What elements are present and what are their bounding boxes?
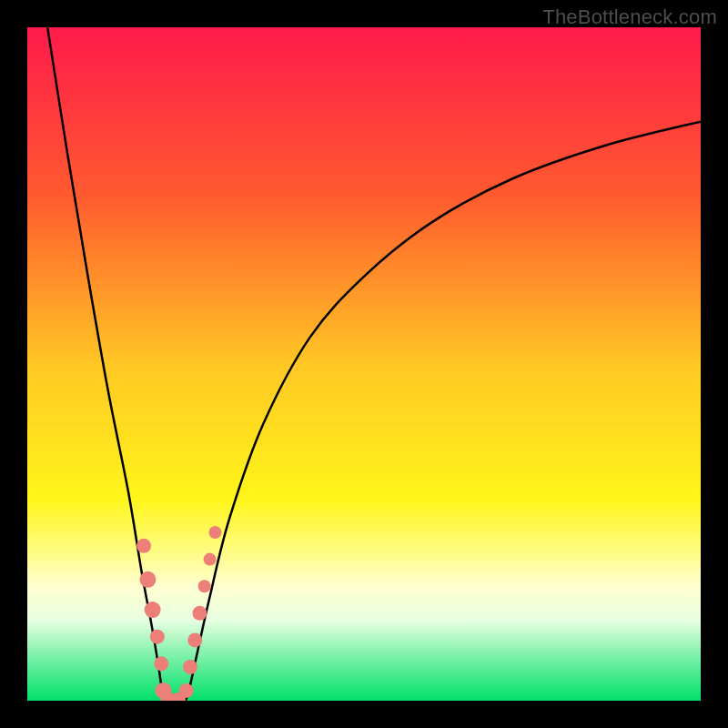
marker-3: [150, 630, 165, 644]
marker-10: [187, 632, 202, 647]
chart-frame: TheBottleneck.com: [0, 0, 728, 728]
chart-background: [27, 27, 701, 701]
marker-2: [145, 602, 161, 618]
marker-12: [198, 580, 211, 592]
watermark-text: TheBottleneck.com: [542, 5, 717, 29]
chart-plot-area: [27, 27, 701, 701]
marker-11: [192, 606, 207, 621]
marker-13: [204, 553, 217, 566]
marker-1: [139, 571, 156, 588]
marker-8: [179, 683, 194, 698]
chart-svg: [27, 27, 701, 701]
marker-0: [136, 539, 151, 553]
marker-9: [183, 660, 197, 674]
marker-14: [208, 526, 221, 539]
marker-4: [154, 656, 168, 671]
